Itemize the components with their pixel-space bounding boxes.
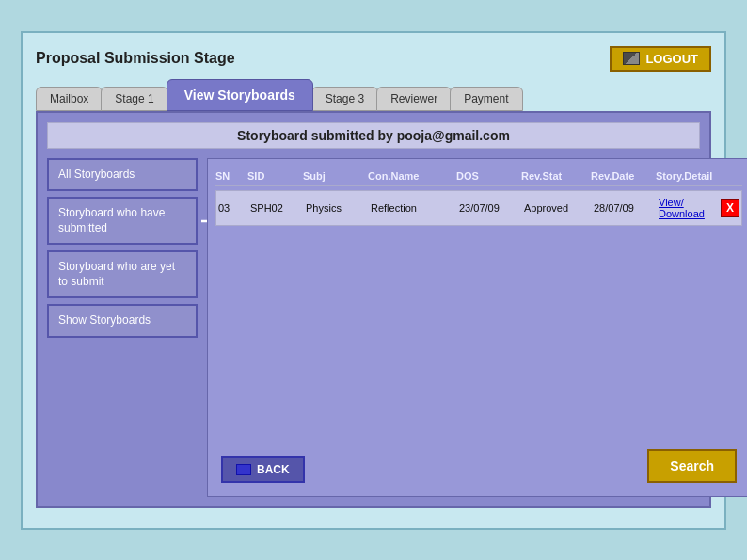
view-download-link[interactable]: View/ Download <box>659 197 713 219</box>
col-header-sn: SN <box>215 170 244 182</box>
search-button[interactable]: Search <box>647 449 737 483</box>
logout-button[interactable]: LOGOUT <box>610 46 711 72</box>
cell-sn: 03 <box>216 202 245 214</box>
tab-stage1[interactable]: Stage 1 <box>101 87 167 111</box>
tab-mailbox[interactable]: Mailbox <box>36 87 103 111</box>
sidebar-btn-show-storyboards[interactable]: Show Storyboards <box>47 304 198 338</box>
tab-reviewer[interactable]: Reviewer <box>376 87 452 111</box>
tab-view-storyboards[interactable]: View Storyboards <box>167 79 313 111</box>
col-header-subj: Subj <box>303 170 364 182</box>
cell-dos: 23/07/09 <box>457 202 518 214</box>
close-row-button[interactable]: X <box>721 199 739 217</box>
page-title: Proposal Submission Stage <box>36 50 235 67</box>
back-button[interactable]: BACK <box>221 456 305 483</box>
col-header-revdate: Rev.Date <box>591 170 652 182</box>
outer-container: Proposal Submission Stage LOGOUT Mailbox… <box>21 31 726 530</box>
back-icon <box>236 464 251 475</box>
table-row: 03 SPH02 Physics Reflection 23/07/09 App… <box>215 190 742 226</box>
sidebar-btn-submitted[interactable]: Storyboard who have submitted <box>47 197 198 245</box>
table-header: SN SID Subj Con.Name DOS Rev.Stat Rev.Da… <box>215 167 742 186</box>
content-body: All Storyboards Storyboard who have subm… <box>47 158 700 497</box>
col-header-dos: DOS <box>456 170 517 182</box>
tab-stage3[interactable]: Stage 3 <box>311 87 378 111</box>
col-header-conname: Con.Name <box>368 170 453 182</box>
cell-subj: Physics <box>304 202 365 214</box>
left-sidebar: All Storyboards Storyboard who have subm… <box>47 158 198 497</box>
cell-revdate: 28/07/09 <box>592 202 653 214</box>
content-title: Storyboard submitted by pooja@gmail.com <box>47 122 700 149</box>
tab-payment[interactable]: Payment <box>450 87 522 111</box>
sidebar-btn-yet-to-submit[interactable]: Storyboard who are yet to submit <box>47 250 198 298</box>
cell-storydetail: View/ Download X <box>657 197 741 219</box>
cell-conname: Reflection <box>369 202 453 214</box>
cell-sid: SPH02 <box>248 202 300 214</box>
tab-navigation: Mailbox Stage 1 View Storyboards Stage 3… <box>36 79 711 111</box>
storyboard-table: SN SID Subj Con.Name DOS Rev.Stat Rev.Da… <box>215 167 742 226</box>
col-header-storydetail: Story.Detail <box>656 170 740 182</box>
top-bar: Proposal Submission Stage LOGOUT <box>36 46 711 72</box>
cell-revstat: Approved <box>522 202 588 214</box>
col-header-revstat: Rev.Stat <box>521 170 587 182</box>
col-header-sid: SID <box>247 170 299 182</box>
logout-icon <box>623 52 640 65</box>
sidebar-btn-all-storyboards[interactable]: All Storyboards <box>47 158 198 192</box>
logout-label: LOGOUT <box>645 52 698 66</box>
right-panel: SN SID Subj Con.Name DOS Rev.Stat Rev.Da… <box>207 158 747 497</box>
back-label: BACK <box>257 463 290 476</box>
main-content-area: Storyboard submitted by pooja@gmail.com … <box>36 111 711 508</box>
